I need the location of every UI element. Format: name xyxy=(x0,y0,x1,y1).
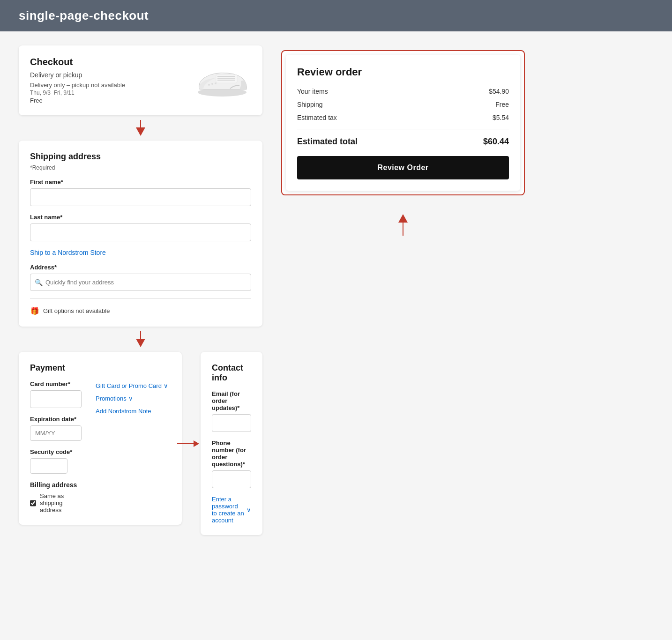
address-input[interactable] xyxy=(30,274,251,291)
chevron-down-icon-3: ∨ xyxy=(246,506,251,513)
arrow-up-connector xyxy=(281,209,525,240)
delivery-cost: Free xyxy=(30,97,125,104)
same-as-shipping-checkbox[interactable] xyxy=(30,499,36,507)
tax-label: Estimated tax xyxy=(297,114,337,121)
payment-card: Payment Card number* Expiration date* xyxy=(19,352,182,525)
phone-group: Phone number (for order questions)* xyxy=(212,439,251,488)
first-name-group: First name* xyxy=(30,179,251,206)
delivery-detail: Delivery only – pickup not available xyxy=(30,82,125,89)
items-label: Your items xyxy=(297,88,328,95)
security-label: Security code* xyxy=(30,448,82,455)
gift-options: 🎁 Gift options not available xyxy=(30,306,251,315)
security-group: Security code* xyxy=(30,448,82,474)
email-group: Email (for order updates)* xyxy=(212,390,251,432)
total-label: Estimated total xyxy=(297,137,358,147)
promotions-link[interactable]: Promotions ∨ xyxy=(96,395,171,402)
phone-input[interactable] xyxy=(212,470,251,488)
order-items-line: Your items $54.90 xyxy=(297,88,509,95)
page-title: single-page-checkout xyxy=(19,8,149,22)
required-label: *Required xyxy=(30,164,251,171)
expiration-group: Expiration date* xyxy=(30,416,82,441)
search-icon: 🔍 xyxy=(35,279,43,286)
address-label: Address* xyxy=(30,264,251,271)
order-total-line: Estimated total $60.44 xyxy=(297,129,509,147)
checkout-card: Checkout Delivery or pickup Delivery onl… xyxy=(19,45,262,115)
last-name-group: Last name* xyxy=(30,214,251,241)
gift-icon: 🎁 xyxy=(30,306,39,315)
first-name-input[interactable] xyxy=(30,188,251,206)
same-as-shipping-label: Same as shipping address xyxy=(40,492,82,513)
security-input[interactable] xyxy=(30,458,67,474)
ship-to-store-link[interactable]: Ship to a Nordstrom Store xyxy=(30,249,251,256)
shipping-label: Shipping xyxy=(297,101,323,108)
arrow-connector-2 xyxy=(19,327,262,352)
payment-contact-row: Payment Card number* Expiration date* xyxy=(19,352,262,535)
gift-options-text: Gift options not available xyxy=(43,307,110,314)
review-order-button[interactable]: Review Order xyxy=(297,156,509,179)
order-shipping-line: Shipping Free xyxy=(297,101,509,108)
card-number-input[interactable] xyxy=(30,390,82,408)
divider xyxy=(30,298,251,299)
phone-label: Phone number (for order questions)* xyxy=(212,439,251,468)
same-as-shipping-row: Same as shipping address xyxy=(30,492,82,513)
payment-layout: Card number* Expiration date* Security c… xyxy=(30,380,171,513)
contact-section: Contact info Email (for order updates)* … xyxy=(201,352,262,535)
last-name-label: Last name* xyxy=(30,214,251,221)
card-number-group: Card number* xyxy=(30,380,82,408)
last-name-input[interactable] xyxy=(30,223,251,241)
shipping-value: Free xyxy=(495,101,509,108)
right-column: Review order Your items $54.90 Shipping … xyxy=(281,45,525,625)
chevron-down-icon-2: ∨ xyxy=(128,395,133,402)
svg-rect-1 xyxy=(216,74,237,83)
order-tax-line: Estimated tax $5.54 xyxy=(297,114,509,121)
gift-card-link[interactable]: Gift Card or Promo Card ∨ xyxy=(96,382,171,389)
password-link[interactable]: Enter a password to create an account ∨ xyxy=(212,496,251,524)
svg-point-7 xyxy=(215,82,217,84)
items-value: $54.90 xyxy=(489,88,509,95)
review-order-card: Review order Your items $54.90 Shipping … xyxy=(286,55,520,191)
svg-point-6 xyxy=(211,83,213,85)
add-nordstrom-note-link[interactable]: Add Nordstrom Note xyxy=(96,408,171,415)
page-header: single-page-checkout xyxy=(0,0,672,31)
contact-card: Contact info Email (for order updates)* … xyxy=(201,352,262,535)
shipping-title: Shipping address xyxy=(30,152,251,162)
address-group: Address* 🔍 xyxy=(30,264,251,291)
payment-title: Payment xyxy=(30,363,171,373)
shipping-section: Shipping address *Required First name* L… xyxy=(19,141,262,327)
chevron-down-icon: ∨ xyxy=(164,382,168,389)
delivery-dates: Thu, 9/3–Fri, 9/11 xyxy=(30,89,125,96)
payment-section: Payment Card number* Expiration date* xyxy=(19,352,182,525)
payment-left: Card number* Expiration date* Security c… xyxy=(30,380,82,513)
payment-right: Gift Card or Promo Card ∨ Promotions ∨ A… xyxy=(96,380,171,513)
left-column: Checkout Delivery or pickup Delivery onl… xyxy=(19,45,262,625)
contact-title: Contact info xyxy=(212,363,251,383)
svg-point-5 xyxy=(208,84,210,86)
review-order-container: Review order Your items $54.90 Shipping … xyxy=(281,50,525,195)
arrow-connector-1 xyxy=(19,115,262,141)
address-search-wrapper: 🔍 xyxy=(30,274,251,291)
expiration-label: Expiration date* xyxy=(30,416,82,423)
tax-value: $5.54 xyxy=(493,114,509,121)
email-input[interactable] xyxy=(212,414,251,432)
review-order-title: Review order xyxy=(297,66,509,78)
email-label: Email (for order updates)* xyxy=(212,390,251,411)
checkout-title: Checkout xyxy=(30,57,125,67)
horizontal-arrow xyxy=(177,440,199,447)
card-number-label: Card number* xyxy=(30,380,82,387)
delivery-label: Delivery or pickup xyxy=(30,71,125,79)
first-name-label: First name* xyxy=(30,179,251,186)
billing-label: Billing address xyxy=(30,481,82,489)
billing-section: Billing address Same as shipping address xyxy=(30,481,82,513)
checkout-info: Checkout Delivery or pickup Delivery onl… xyxy=(30,57,125,104)
shoe-icon xyxy=(190,57,251,99)
total-value: $60.44 xyxy=(483,137,509,147)
product-image xyxy=(190,57,251,99)
expiration-input[interactable] xyxy=(30,425,82,441)
